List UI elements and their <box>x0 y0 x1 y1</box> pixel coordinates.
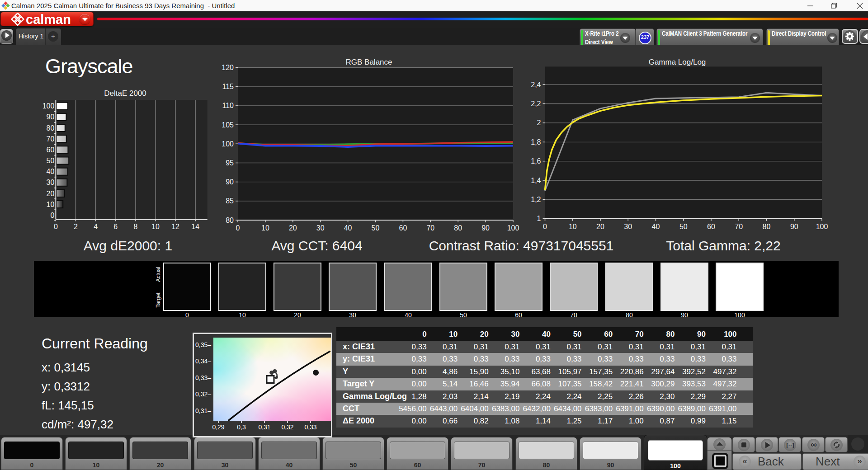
svg-text:0: 0 <box>54 223 58 230</box>
svg-text:105: 105 <box>222 121 234 129</box>
svg-text:85: 85 <box>226 197 234 205</box>
svg-text:80: 80 <box>763 223 771 230</box>
svg-text:40: 40 <box>652 223 660 230</box>
svg-text:30: 30 <box>316 224 325 232</box>
svg-text:2,4: 2,4 <box>531 81 541 89</box>
svg-text:10: 10 <box>569 223 577 230</box>
svg-text:0: 0 <box>50 212 54 219</box>
svg-text:120: 120 <box>222 64 234 71</box>
svg-text:2,2: 2,2 <box>531 100 541 108</box>
svg-text:50: 50 <box>47 157 55 164</box>
svg-text:20: 20 <box>289 224 297 232</box>
svg-text:1,6: 1,6 <box>531 157 541 165</box>
svg-text:80: 80 <box>226 216 234 224</box>
svg-text:50: 50 <box>372 224 380 232</box>
svg-text:8: 8 <box>133 223 137 230</box>
svg-text:RGB Balance: RGB Balance <box>346 58 392 66</box>
svg-text:14: 14 <box>191 223 199 230</box>
svg-text:70: 70 <box>47 135 55 143</box>
svg-text:70: 70 <box>735 223 743 230</box>
svg-text:1,4: 1,4 <box>531 177 541 184</box>
svg-text:1,2: 1,2 <box>531 196 541 203</box>
svg-text:Gamma Log/Log: Gamma Log/Log <box>649 58 706 66</box>
svg-text:100: 100 <box>222 140 234 148</box>
svg-text:80: 80 <box>47 124 55 132</box>
svg-text:1: 1 <box>537 215 541 222</box>
svg-text:30: 30 <box>47 179 55 186</box>
svg-text:100: 100 <box>816 223 828 230</box>
svg-text:60: 60 <box>707 223 715 230</box>
svg-text:90: 90 <box>226 178 234 186</box>
svg-text:100: 100 <box>42 102 55 110</box>
svg-text:80: 80 <box>454 224 462 232</box>
svg-text:4: 4 <box>94 223 98 230</box>
svg-text:10: 10 <box>151 223 160 230</box>
svg-text:10: 10 <box>47 201 55 208</box>
svg-text:95: 95 <box>226 159 234 167</box>
svg-text:40: 40 <box>344 224 352 232</box>
svg-text:12: 12 <box>171 223 179 230</box>
svg-text:10: 10 <box>261 224 269 232</box>
svg-text:30: 30 <box>624 223 632 230</box>
svg-text:90: 90 <box>790 223 798 230</box>
svg-text:90: 90 <box>481 224 490 232</box>
svg-text:DeltaE 2000: DeltaE 2000 <box>104 89 146 98</box>
svg-text:70: 70 <box>426 224 434 232</box>
svg-text:50: 50 <box>679 223 688 230</box>
svg-text:20: 20 <box>47 190 55 197</box>
svg-text:2: 2 <box>74 223 78 230</box>
svg-text:0: 0 <box>236 224 240 232</box>
svg-text:6: 6 <box>113 223 118 230</box>
svg-text:60: 60 <box>47 146 55 154</box>
svg-text:40: 40 <box>47 168 55 175</box>
svg-text:90: 90 <box>47 113 55 121</box>
svg-text:60: 60 <box>399 224 407 232</box>
svg-text:1,8: 1,8 <box>531 138 541 146</box>
svg-text:20: 20 <box>596 223 604 230</box>
svg-text:110: 110 <box>222 102 234 109</box>
svg-text:2: 2 <box>537 119 541 127</box>
svg-text:115: 115 <box>222 83 234 90</box>
svg-text:0: 0 <box>543 223 547 230</box>
